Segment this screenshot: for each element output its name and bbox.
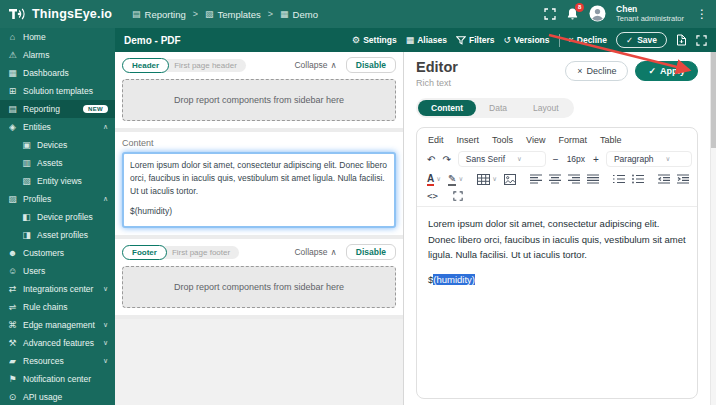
home-icon: ⌂ (7, 32, 18, 42)
sidebar-item-notification-center[interactable]: ⚑Notification center (0, 370, 115, 388)
logo-text: ThingsEye.io (32, 7, 112, 21)
sidebar-item-alarms[interactable]: ⚠Alarms (0, 46, 115, 64)
editor-fullscreen-button[interactable] (453, 191, 463, 201)
header-collapse-button[interactable]: Collapse ∧ (294, 60, 336, 70)
sidebar-item-device-profiles[interactable]: ◧Device profiles (0, 208, 115, 226)
tab-content[interactable]: Content (418, 100, 476, 116)
color-swatch (448, 184, 456, 186)
sidebar-item-entity-views[interactable]: ▧Entity views (0, 172, 115, 190)
user-menu-icon[interactable]: ⋮ (694, 7, 710, 21)
text-color-button[interactable]: A ∨ (427, 173, 441, 185)
footer-disable-button[interactable]: Disable (346, 244, 396, 260)
block-format-select[interactable]: Paragraph ∨ (606, 151, 692, 167)
numbered-list-button[interactable] (613, 174, 625, 184)
font-size-decrease-button[interactable]: − (553, 154, 559, 165)
tab-layout[interactable]: Layout (520, 100, 572, 116)
content-component-selected[interactable]: Lorem ipsum dolor sit amet, consectetur … (122, 152, 396, 228)
user-avatar[interactable] (589, 5, 606, 22)
content-text: Lorem ipsum dolor sit amet, consectetur … (130, 159, 388, 197)
editor-decline-button[interactable]: × Decline (565, 61, 628, 81)
align-center-button[interactable] (549, 174, 561, 184)
close-icon: × (577, 66, 582, 76)
highlight-color-button[interactable]: ✎ ∨ (448, 173, 463, 185)
sidebar-item-entities[interactable]: ◈Entities∧ (0, 118, 115, 136)
app-logo[interactable]: ThingsEye.io (0, 6, 118, 22)
vertical-scrollbar[interactable] (710, 52, 716, 405)
sidebar-item-resources[interactable]: ▰Resources∨ (0, 352, 115, 370)
aliases-button[interactable]: ▦ Aliases (406, 35, 447, 45)
breadcrumb-reporting[interactable]: ▤ Reporting (132, 9, 186, 20)
settings-button[interactable]: ⚙ Settings (352, 35, 397, 45)
first-page-header-chip[interactable]: First page header (160, 59, 246, 72)
align-right-button[interactable] (568, 174, 580, 184)
template-toolbar: Demo - PDF ⚙ Settings ▦ Aliases Filters … (115, 28, 716, 52)
footer-collapse-button[interactable]: Collapse ∧ (294, 247, 336, 257)
menu-format[interactable]: Format (558, 135, 587, 145)
editor-apply-button[interactable]: ✓ Apply (635, 61, 698, 81)
sidebar-item-customers[interactable]: ☻Customers (0, 244, 115, 262)
sidebar-item-advanced-features[interactable]: ⚒Advanced features∨ (0, 334, 115, 352)
resources-icon: ▰ (7, 356, 18, 366)
sidebar-item-edge-management[interactable]: ⌘Edge management∨ (0, 316, 115, 334)
sidebar-item-dashboards[interactable]: ▦Dashboards (0, 64, 115, 82)
font-size-increase-button[interactable]: + (593, 154, 599, 165)
bullet-list-button[interactable] (632, 174, 644, 184)
toolbar-divider (559, 34, 560, 47)
menu-view[interactable]: View (526, 135, 545, 145)
notifications-bell-icon[interactable]: 8 (566, 7, 579, 21)
tab-data[interactable]: Data (476, 100, 520, 116)
sidebar-item-assets[interactable]: ▥Assets (0, 154, 115, 172)
header-dropzone[interactable]: Drop report components from sidebar here (122, 79, 396, 121)
sidebar-item-rule-chains[interactable]: ⇌Rule chains (0, 298, 115, 316)
sidebar-item-profiles[interactable]: ▨Profiles∧ (0, 190, 115, 208)
integrations-icon: ⇄ (7, 284, 18, 294)
editor-variable-line: $(humidity) (428, 272, 686, 288)
versions-button[interactable]: ↺ Versions (504, 35, 550, 45)
menu-insert[interactable]: Insert (457, 135, 480, 145)
save-button[interactable]: ✓ Save (616, 32, 667, 48)
insert-image-button[interactable] (504, 174, 516, 185)
indent-button[interactable] (677, 174, 689, 184)
filters-button[interactable]: Filters (456, 35, 495, 45)
toolbar-fullscreen-button[interactable] (696, 35, 707, 46)
sidebar-item-asset-profiles[interactable]: ◨Asset profiles (0, 226, 115, 244)
chevron-down-icon: ∨ (103, 357, 108, 365)
sidebar-item-solution-templates[interactable]: ⊞Solution templates (0, 82, 115, 100)
align-left-button[interactable] (530, 174, 542, 184)
outdent-button[interactable] (658, 174, 670, 184)
toolbar-decline-button[interactable]: × Decline (569, 35, 608, 45)
sidebar-item-users[interactable]: ☺Users (0, 262, 115, 280)
check-icon: ✓ (626, 35, 633, 45)
menu-tools[interactable]: Tools (492, 135, 513, 145)
align-justify-button[interactable] (587, 174, 599, 184)
menu-table[interactable]: Table (600, 135, 622, 145)
sidebar-item-integrations-center[interactable]: ⇄Integrations center∨ (0, 280, 115, 298)
export-template-button[interactable] (676, 34, 687, 46)
breadcrumb-demo[interactable]: ▦ Demo (280, 9, 318, 20)
sidebar-item-home[interactable]: ⌂Home (0, 28, 115, 46)
font-family-select[interactable]: Sans Serif ∨ (458, 151, 546, 167)
header-disable-button[interactable]: Disable (346, 57, 396, 73)
menu-edit[interactable]: Edit (428, 135, 444, 145)
device-profiles-icon: ◧ (21, 212, 32, 222)
header-chip[interactable]: Header (122, 58, 169, 73)
rich-text-editor: Edit Insert Tools View Format Table ↶ ↷ … (416, 127, 698, 399)
scrollbar-thumb[interactable] (711, 52, 716, 148)
sidebar-item-reporting[interactable]: ▤ReportingNEW (0, 100, 115, 118)
sidebar-item-devices[interactable]: ▣Devices (0, 136, 115, 154)
font-size-value[interactable]: 16px (567, 154, 585, 164)
user-info[interactable]: Chen Tenant administrator (616, 5, 684, 23)
footer-chip[interactable]: Footer (122, 245, 167, 260)
selected-text: (humidity) (433, 274, 475, 285)
source-code-button[interactable]: <> (427, 191, 438, 201)
rich-text-content[interactable]: Lorem ipsum dolor sit amet, consectetur … (417, 207, 697, 297)
table-button[interactable]: ∨ (477, 174, 497, 185)
sidebar-item-api-usage[interactable]: ⊙API usage (0, 388, 115, 405)
breadcrumb-templates[interactable]: ▧ Templates (205, 9, 261, 20)
footer-dropzone[interactable]: Drop report components from sidebar here (122, 266, 396, 308)
undo-button[interactable]: ↶ (427, 154, 435, 165)
breadcrumb-separator: > (193, 9, 198, 19)
fullscreen-icon[interactable] (544, 8, 556, 20)
redo-button[interactable]: ↷ (442, 154, 450, 165)
first-page-footer-chip[interactable]: First page footer (158, 246, 239, 259)
